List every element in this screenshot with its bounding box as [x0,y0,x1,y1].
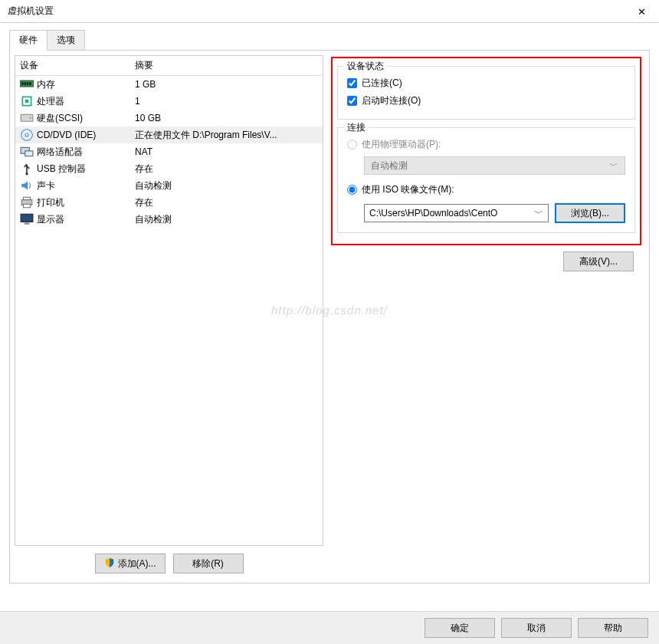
list-row-display[interactable]: 显示器 自动检测 [15,211,323,228]
list-row-network[interactable]: 网络适配器 NAT [15,143,323,160]
disc-icon [20,129,34,141]
auto-detect-value: 自动检测 [371,159,408,172]
use-physical-row[interactable]: 使用物理驱动器(P): [347,136,625,153]
list-row-cddvd[interactable]: CD/DVD (IDE) 正在使用文件 D:\Program Files\V..… [15,127,323,143]
device-status-title: 设备状态 [344,60,387,73]
list-row-printer[interactable]: 打印机 存在 [15,194,323,211]
svg-rect-16 [24,204,31,208]
use-iso-label: 使用 ISO 映像文件(M): [362,183,454,196]
row-summary: 正在使用文件 D:\Program Files\V... [135,129,318,142]
svg-rect-3 [27,83,28,85]
connection-title: 连接 [344,121,369,134]
connect-on-start-label: 启动时连接(O) [362,94,421,107]
row-summary: NAT [135,146,318,157]
connect-on-start-row[interactable]: 启动时连接(O) [347,92,625,110]
svg-rect-1 [21,83,23,85]
svg-point-13 [25,172,28,175]
row-label: 硬盘(SCSI) [37,112,135,125]
list-header: 设备 摘要 [15,56,323,76]
list-row-memory[interactable]: 内存 1 GB [15,76,323,93]
chevron-down-icon: ﹀ [609,159,618,172]
row-summary: 1 GB [135,79,318,90]
highlight-annotation: 设备状态 已连接(C) 启动时连接(O) 连接 使用物理驱动器(P): [331,57,641,245]
row-summary: 自动检测 [135,179,318,192]
ok-button[interactable]: 确定 [425,618,495,638]
iso-path-value: C:\Users\HP\Downloads\CentO [369,208,497,219]
svg-point-10 [25,133,28,136]
printer-icon [20,196,34,209]
connected-label: 已连接(C) [362,77,402,90]
row-label: 处理器 [37,95,135,108]
device-list: 设备 摘要 内存 1 GB 处理器 1 [15,55,323,546]
connected-checkbox-row[interactable]: 已连接(C) [347,74,625,92]
list-row-sound[interactable]: 声卡 自动检测 [15,177,323,194]
remove-button[interactable]: 移除(R) [173,554,244,573]
use-physical-label: 使用物理驱动器(P): [362,138,441,151]
iso-path-combo[interactable]: C:\Users\HP\Downloads\CentO ﹀ [364,204,549,222]
hdd-icon [20,112,34,124]
list-row-usb[interactable]: USB 控制器 存在 [15,160,323,177]
use-iso-row[interactable]: 使用 ISO 映像文件(M): [347,181,625,199]
list-row-disk[interactable]: 硬盘(SCSI) 10 GB [15,110,323,127]
right-pane: 设备状态 已连接(C) 启动时连接(O) 连接 使用物理驱动器(P): [328,51,649,583]
svg-rect-17 [21,214,33,222]
cpu-icon [20,95,34,107]
row-summary: 1 [135,96,318,107]
left-pane: 设备 摘要 内存 1 GB 处理器 1 [10,51,328,583]
row-label: 网络适配器 [37,146,135,159]
usb-icon [20,163,34,175]
connected-checkbox[interactable] [347,78,357,88]
help-button[interactable]: 帮助 [578,618,648,638]
connection-group: 连接 使用物理驱动器(P): 自动检测 ﹀ 使用 ISO 映像文件(M): [337,127,635,233]
svg-rect-18 [25,223,30,225]
use-physical-radio[interactable] [347,140,357,150]
chevron-down-icon: ﹀ [534,207,543,220]
row-summary: 自动检测 [135,213,318,226]
add-button[interactable]: 添加(A)... [95,554,166,573]
row-summary: 存在 [135,163,318,176]
row-label: 内存 [37,78,135,91]
svg-rect-4 [29,83,31,85]
svg-point-8 [29,117,31,119]
row-summary: 10 GB [135,113,318,123]
list-row-cpu[interactable]: 处理器 1 [15,93,323,110]
shield-icon [104,557,115,570]
physical-drive-combo: 自动检测 ﹀ [364,156,625,175]
window-title: 虚拟机设置 [8,5,54,18]
content-area: 设备 摘要 内存 1 GB 处理器 1 [9,50,650,583]
row-label: 声卡 [37,179,135,192]
svg-rect-15 [24,197,31,199]
row-summary: 存在 [135,196,318,209]
browse-button[interactable]: 浏览(B)... [555,203,625,223]
device-status-group: 设备状态 已连接(C) 启动时连接(O) [337,66,635,120]
tab-strip: 硬件 选项 [0,23,659,50]
header-device[interactable]: 设备 [20,59,135,72]
svg-rect-2 [25,83,26,85]
close-icon: ✕ [638,6,646,18]
header-summary[interactable]: 摘要 [135,59,318,72]
tab-options[interactable]: 选项 [47,30,85,51]
add-button-label: 添加(A)... [118,557,156,570]
connect-on-start-checkbox[interactable] [347,96,357,106]
titlebar: 虚拟机设置 ✕ [0,0,659,23]
footer: 确定 取消 帮助 [0,611,659,644]
monitor-icon [20,213,34,225]
svg-rect-6 [25,100,29,104]
memory-icon [20,78,34,90]
row-label: USB 控制器 [37,163,135,176]
cancel-button[interactable]: 取消 [501,618,572,638]
row-label: 显示器 [37,213,135,226]
advanced-button[interactable]: 高级(V)... [563,251,634,271]
row-label: 打印机 [37,196,135,209]
network-icon [20,146,34,158]
speaker-icon [20,179,34,192]
row-label: CD/DVD (IDE) [37,130,135,140]
tab-hardware[interactable]: 硬件 [9,30,48,51]
close-button[interactable]: ✕ [624,0,659,23]
svg-rect-12 [25,151,33,156]
use-iso-radio[interactable] [347,185,357,195]
